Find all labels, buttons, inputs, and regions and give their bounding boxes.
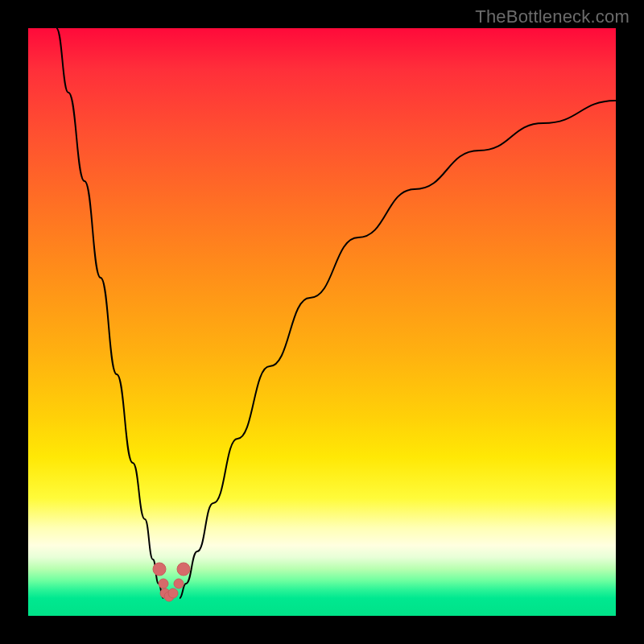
watermark-text: TheBottleneck.com — [475, 6, 630, 27]
curve-left-branch — [56, 28, 163, 598]
curve-right-branch — [180, 101, 616, 598]
valley-marker — [177, 563, 190, 576]
valley-marker — [168, 588, 178, 598]
outer-frame: TheBottleneck.com — [0, 0, 644, 644]
valley-marker-group — [153, 563, 190, 601]
valley-marker — [153, 563, 166, 576]
chart-svg — [28, 28, 616, 616]
valley-marker — [159, 579, 168, 588]
valley-marker — [174, 579, 184, 588]
plot-area — [28, 28, 616, 616]
